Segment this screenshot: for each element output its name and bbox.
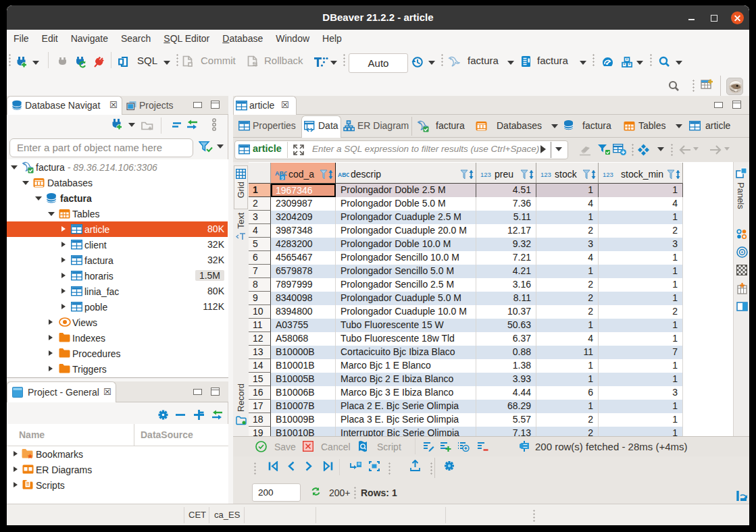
svg-text:123: 123 bbox=[603, 171, 613, 178]
svg-text:ABC: ABC bbox=[338, 171, 349, 178]
svg-text:123: 123 bbox=[540, 171, 551, 178]
svg-text:9: 9 bbox=[281, 175, 284, 181]
svg-text:123: 123 bbox=[480, 171, 491, 178]
